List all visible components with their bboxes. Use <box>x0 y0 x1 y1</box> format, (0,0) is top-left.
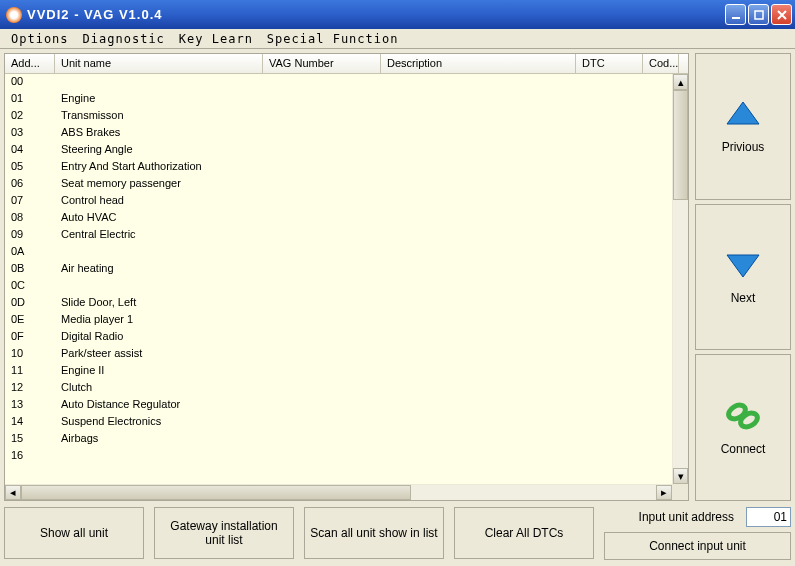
table-row[interactable]: 03ABS Brakes <box>5 125 688 142</box>
table-row[interactable]: 16 <box>5 448 688 465</box>
unit-address-input[interactable] <box>746 507 791 527</box>
connect-button[interactable]: Connect <box>695 354 791 501</box>
cell-unitname: Airbags <box>55 431 263 448</box>
cell-address: 05 <box>5 159 55 176</box>
svg-rect-1 <box>755 11 763 19</box>
cell-address: 16 <box>5 448 55 465</box>
table-row[interactable]: 02Transmisson <box>5 108 688 125</box>
clear-dtcs-button[interactable]: Clear All DTCs <box>454 507 594 559</box>
col-address[interactable]: Add... <box>5 54 55 73</box>
cell-unitname: Digital Radio <box>55 329 263 346</box>
cell-address: 09 <box>5 227 55 244</box>
menu-special[interactable]: Special Function <box>260 30 406 48</box>
cell-address: 07 <box>5 193 55 210</box>
cell-unitname: Entry And Start Authorization <box>55 159 263 176</box>
menu-diagnostic[interactable]: Diagnostic <box>76 30 172 48</box>
connect-input-unit-button[interactable]: Connect input unit <box>604 532 791 560</box>
previous-label: Privious <box>722 140 765 154</box>
col-unitname[interactable]: Unit name <box>55 54 263 73</box>
cell-address: 15 <box>5 431 55 448</box>
table-row[interactable]: 09Central Electric <box>5 227 688 244</box>
show-all-unit-button[interactable]: Show all unit <box>4 507 144 559</box>
cell-address: 11 <box>5 363 55 380</box>
cell-address: 0C <box>5 278 55 295</box>
next-button[interactable]: Next <box>695 204 791 351</box>
table-row[interactable]: 12Clutch <box>5 380 688 397</box>
table-row[interactable]: 13Auto Distance Regulator <box>5 397 688 414</box>
cell-address: 01 <box>5 91 55 108</box>
table-row[interactable]: 06Seat memory passenger <box>5 176 688 193</box>
cell-unitname: Steering Angle <box>55 142 263 159</box>
unit-table: Add... Unit name VAG Number Description … <box>4 53 689 501</box>
table-row[interactable]: 04Steering Angle <box>5 142 688 159</box>
scan-all-button[interactable]: Scan all unit show in list <box>304 507 444 559</box>
table-row[interactable]: 01Engine <box>5 91 688 108</box>
cell-address: 10 <box>5 346 55 363</box>
col-dtc[interactable]: DTC <box>576 54 643 73</box>
cell-address: 0F <box>5 329 55 346</box>
vscroll-thumb[interactable] <box>673 90 688 200</box>
cell-unitname: Central Electric <box>55 227 263 244</box>
svg-marker-3 <box>727 255 759 277</box>
col-cod[interactable]: Cod... <box>643 54 679 73</box>
table-row[interactable]: 10Park/steer assist <box>5 346 688 363</box>
table-row[interactable]: 08Auto HVAC <box>5 210 688 227</box>
table-row[interactable]: 0BAir heating <box>5 261 688 278</box>
scroll-right-icon[interactable]: ▸ <box>656 485 672 500</box>
cell-address: 0D <box>5 295 55 312</box>
cell-address: 08 <box>5 210 55 227</box>
hscroll-thumb[interactable] <box>21 485 411 500</box>
cell-address: 04 <box>5 142 55 159</box>
cell-address: 02 <box>5 108 55 125</box>
previous-button[interactable]: Privious <box>695 53 791 200</box>
table-header: Add... Unit name VAG Number Description … <box>5 54 688 74</box>
table-row[interactable]: 0C <box>5 278 688 295</box>
table-row[interactable]: 05Entry And Start Authorization <box>5 159 688 176</box>
table-row[interactable]: 00 <box>5 74 688 91</box>
arrow-down-icon <box>723 249 763 281</box>
cell-unitname <box>55 74 263 91</box>
col-vagnumber[interactable]: VAG Number <box>263 54 381 73</box>
titlebar: VVDI2 - VAG V1.0.4 <box>0 0 795 29</box>
cell-unitname: Air heating <box>55 261 263 278</box>
cell-unitname <box>55 244 263 261</box>
next-label: Next <box>731 291 756 305</box>
svg-rect-0 <box>732 17 740 19</box>
scroll-down-icon[interactable]: ▾ <box>673 468 688 484</box>
vertical-scrollbar[interactable]: ▴ ▾ <box>672 74 688 484</box>
cell-address: 12 <box>5 380 55 397</box>
input-unit-label: Input unit address <box>639 510 734 524</box>
close-button[interactable] <box>771 4 792 25</box>
chain-link-icon <box>723 400 763 432</box>
window-title: VVDI2 - VAG V1.0.4 <box>27 7 723 22</box>
cell-address: 0E <box>5 312 55 329</box>
maximize-button[interactable] <box>748 4 769 25</box>
gateway-install-button[interactable]: Gateway installation unit list <box>154 507 294 559</box>
cell-unitname: Auto HVAC <box>55 210 263 227</box>
cell-unitname: Transmisson <box>55 108 263 125</box>
cell-address: 03 <box>5 125 55 142</box>
cell-address: 06 <box>5 176 55 193</box>
minimize-button[interactable] <box>725 4 746 25</box>
menu-keylearn[interactable]: Key Learn <box>172 30 260 48</box>
scroll-corner <box>672 484 688 500</box>
table-row[interactable]: 14Suspend Electronics <box>5 414 688 431</box>
table-row[interactable]: 11Engine II <box>5 363 688 380</box>
table-row[interactable]: 0FDigital Radio <box>5 329 688 346</box>
menu-options[interactable]: Options <box>4 30 76 48</box>
cell-unitname: Media player 1 <box>55 312 263 329</box>
col-description[interactable]: Description <box>381 54 576 73</box>
table-row[interactable]: 0A <box>5 244 688 261</box>
cell-unitname: Park/steer assist <box>55 346 263 363</box>
app-icon <box>6 7 22 23</box>
horizontal-scrollbar[interactable]: ◂ ▸ <box>5 484 672 500</box>
cell-address: 00 <box>5 74 55 91</box>
table-row[interactable]: 0EMedia player 1 <box>5 312 688 329</box>
arrow-up-icon <box>723 98 763 130</box>
cell-address: 14 <box>5 414 55 431</box>
scroll-left-icon[interactable]: ◂ <box>5 485 21 500</box>
table-row[interactable]: 0DSlide Door, Left <box>5 295 688 312</box>
table-row[interactable]: 07Control head <box>5 193 688 210</box>
scroll-up-icon[interactable]: ▴ <box>673 74 688 90</box>
table-row[interactable]: 15Airbags <box>5 431 688 448</box>
